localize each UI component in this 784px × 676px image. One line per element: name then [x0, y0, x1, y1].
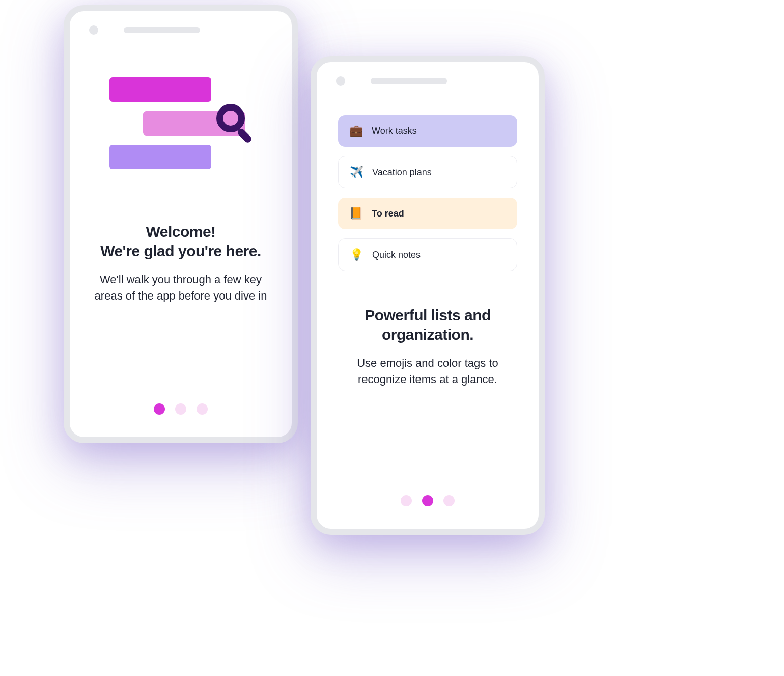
- list-item-label: Work tasks: [372, 126, 417, 137]
- title-line: Powerful lists and: [365, 307, 491, 323]
- status-bar: [317, 62, 539, 90]
- camera-icon: [336, 76, 345, 86]
- page-indicator: [337, 495, 518, 510]
- illustration-bar: [109, 77, 211, 102]
- onboarding-subtitle: Use emojis and color tags to recognize i…: [337, 355, 518, 388]
- book-icon: 📙: [349, 207, 362, 220]
- speaker-icon: [124, 27, 200, 33]
- list-item-label: Quick notes: [372, 250, 421, 260]
- page-indicator: [90, 403, 271, 419]
- magnify-icon: [216, 104, 245, 132]
- onboarding-text: Welcome! We're glad you're here. We'll w…: [90, 222, 271, 304]
- onboarding-subtitle: We'll walk you through a few key areas o…: [90, 272, 271, 304]
- list-item[interactable]: ✈️ Vacation plans: [338, 156, 517, 188]
- onboarding-text: Powerful lists and organization. Use emo…: [337, 306, 518, 388]
- list-item-label: To read: [372, 208, 404, 219]
- list-item[interactable]: 💡 Quick notes: [338, 238, 517, 271]
- onboarding-phone-2: 💼 Work tasks ✈️ Vacation plans 📙 To read…: [311, 56, 545, 535]
- title-line: organization.: [382, 326, 473, 343]
- page-dot[interactable]: [197, 403, 208, 415]
- lightbulb-icon: 💡: [350, 248, 363, 261]
- list-item[interactable]: 📙 To read: [338, 198, 517, 229]
- camera-icon: [89, 25, 98, 35]
- page-dot[interactable]: [422, 495, 433, 506]
- page-dot[interactable]: [401, 495, 412, 506]
- title-line: We're glad you're here.: [100, 242, 261, 259]
- onboarding-title: Powerful lists and organization.: [337, 306, 518, 345]
- welcome-illustration: [90, 59, 271, 192]
- status-bar: [70, 11, 292, 39]
- briefcase-icon: 💼: [349, 124, 362, 138]
- illustration-bar: [109, 145, 211, 169]
- onboarding-phone-1: Welcome! We're glad you're here. We'll w…: [64, 5, 298, 443]
- page-dot[interactable]: [154, 403, 165, 415]
- list-item-label: Vacation plans: [372, 167, 432, 178]
- onboarding-title: Welcome! We're glad you're here.: [90, 222, 271, 261]
- page-dot[interactable]: [175, 403, 186, 415]
- page-dot[interactable]: [443, 495, 455, 506]
- airplane-icon: ✈️: [350, 166, 363, 179]
- example-lists: 💼 Work tasks ✈️ Vacation plans 📙 To read…: [337, 115, 518, 280]
- speaker-icon: [371, 78, 447, 84]
- list-item[interactable]: 💼 Work tasks: [338, 115, 517, 147]
- title-line: Welcome!: [146, 223, 215, 240]
